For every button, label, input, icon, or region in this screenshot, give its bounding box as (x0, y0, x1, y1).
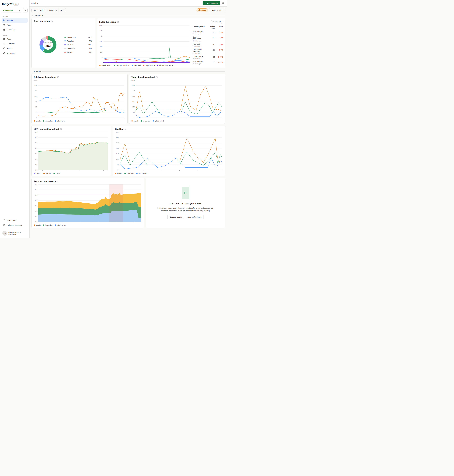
svg-text:10K: 10K (100, 46, 102, 47)
legend-dot (43, 173, 45, 174)
legend-item: github-pr-bot (136, 172, 147, 174)
legend-item: Queued (43, 172, 51, 174)
svg-text:20 K: 20 K (35, 200, 38, 201)
functions-filter-label: Functions (48, 9, 58, 11)
time-range-selector[interactable]: 24 hours ago (209, 8, 225, 12)
env-filter-button[interactable] (23, 8, 28, 13)
legend-dot (157, 65, 159, 66)
help-circle-icon (3, 224, 6, 226)
function-status-card: Function status Total runs 2047 Complete… (31, 18, 95, 68)
help-circle-icon[interactable] (57, 76, 59, 78)
svg-text:25 K: 25 K (35, 194, 38, 196)
failed-rate: 0.1% (216, 36, 223, 39)
svg-text:10M: 10M (100, 30, 102, 32)
time-range-value: 24 hours ago (211, 9, 221, 11)
svg-text:30 K: 30 K (116, 137, 119, 138)
table-row[interactable]: Deploy notification10 mins ago7000.1% (193, 36, 223, 42)
svg-text:20 K: 20 K (35, 147, 38, 149)
svg-text:1: 1 (134, 117, 135, 118)
card-title: Function status (34, 20, 50, 22)
sidebar-item-label: Apps (7, 38, 11, 40)
help-circle-icon[interactable] (57, 180, 59, 182)
table-header: Recently failed (193, 26, 206, 28)
table-header: Rate (216, 26, 223, 28)
table-row[interactable]: Stripe invoice25 mins ago600.07% (193, 56, 223, 59)
sidebar-item-metrics[interactable]: Metrics (2, 18, 28, 23)
arrow-up-right-icon (212, 21, 214, 23)
view-all-button[interactable]: View all (211, 20, 223, 24)
total-runs-legend: growthinngestbotgithub-pr-bot (31, 119, 128, 124)
failed-runs-count: 10 (207, 48, 215, 51)
help-circle-icon[interactable] (51, 20, 53, 22)
legend-label: Stripe invoice (145, 65, 155, 66)
refresh-page-button[interactable]: Refresh page (203, 1, 220, 5)
sidebar-item-label: Metrics (7, 19, 13, 21)
command-k-shortcut[interactable]: ⌘ K (13, 3, 18, 6)
svg-text:100: 100 (35, 106, 37, 108)
sidebar-item-integrations[interactable]: Integrations (2, 218, 28, 223)
help-circle-icon[interactable] (156, 76, 158, 78)
help-circle-icon[interactable] (125, 128, 127, 130)
sidebar-item-label: Functions (7, 43, 15, 45)
sidebar-item-label: Runs (7, 24, 11, 26)
failed-rate: 0.5% (216, 31, 223, 33)
sidebar-item-functions[interactable]: Functions (2, 41, 28, 46)
overview-section-toggle[interactable]: OVERVIEW (31, 15, 225, 17)
legend-value: 10% (88, 51, 92, 53)
legend-item: inngestbot (43, 120, 53, 122)
inngest-logo: inngest (2, 2, 12, 6)
sidebar-item-events[interactable]: Events (2, 46, 28, 51)
svg-text:25 K: 25 K (116, 142, 119, 144)
svg-text:1: 1 (36, 117, 37, 118)
legend-dot (143, 65, 144, 66)
environment-label: Production (3, 9, 13, 11)
sidebar-item-runs[interactable]: Runs (2, 23, 28, 27)
failed-functions-card: Failed functions View all 100M10M1M100K1… (97, 18, 225, 68)
account-switcher[interactable]: CN Company name User name (2, 231, 28, 236)
sidebar-item-apps[interactable]: Apps (2, 37, 28, 41)
legend-dot (152, 120, 154, 122)
sidebar-item-label: Integrations (7, 219, 16, 221)
legend-label: github-pr-bot (138, 172, 147, 174)
table-row[interactable]: Onboarding campaign22 mins ago100.5% (193, 48, 223, 54)
apps-filter[interactable]: Apps All (31, 8, 46, 12)
failed-rate: 1.67% (216, 61, 223, 63)
feedback-title: Can’t find the data you need? (170, 202, 201, 205)
give-feedback-button[interactable]: Give us feedback (185, 215, 204, 219)
total-steps-card: Total steps throughput 100M10M1M100K10K1… (129, 74, 225, 124)
help-circle-icon[interactable] (60, 128, 62, 130)
svg-text:100M: 100M (33, 79, 37, 81)
legend-dot (34, 173, 35, 174)
legend-label: New lead (134, 65, 141, 66)
doc-search-icon (3, 29, 6, 31)
backlog-chart: 35 K30 K25 K20 K15 K10 K5 K0 K18:00Jun 1… (114, 131, 224, 171)
legend-dot (43, 120, 44, 122)
failed-function-name: Web Analytics (193, 31, 206, 33)
webhook-icon (3, 52, 6, 54)
company-name: Company name (8, 231, 21, 233)
apps-filter-value: All (40, 9, 43, 11)
failed-function-name: New lead (193, 43, 206, 45)
help-circle-icon[interactable] (117, 21, 119, 23)
volume-section-toggle[interactable]: VOLUME (31, 70, 225, 73)
environment-selector[interactable]: Production (2, 8, 22, 13)
legend-item: Cancelled10% (64, 48, 92, 50)
table-row[interactable]: New lead20 mins ago400.3% (193, 43, 223, 47)
legend-dot (34, 225, 35, 226)
functions-filter[interactable]: Functions All (48, 8, 66, 12)
sidebar-item-webhooks[interactable]: Webhooks (2, 51, 28, 56)
request-charts-button[interactable]: Request charts (167, 215, 184, 219)
legend-item: growth (34, 120, 41, 122)
card-title: SDK request throughput (34, 128, 59, 130)
card-title: Total steps throughput (131, 76, 155, 78)
failed-rate: 0.07% (216, 56, 223, 58)
table-row[interactable]: Web Analytics35 mins ago501.67% (193, 61, 223, 65)
sidebar-item-event-logs[interactable]: Event logs (2, 27, 28, 32)
plug-icon (3, 219, 6, 221)
table-row[interactable]: Web Analytics5 mins ago100.5% (193, 31, 223, 35)
settings-button[interactable] (221, 1, 225, 5)
legend-label: Running (67, 40, 87, 42)
sidebar-item-help[interactable]: Help and feedback (2, 223, 28, 227)
svg-text:10: 10 (133, 111, 135, 113)
sidebar-item-label: Webhooks (7, 52, 15, 54)
